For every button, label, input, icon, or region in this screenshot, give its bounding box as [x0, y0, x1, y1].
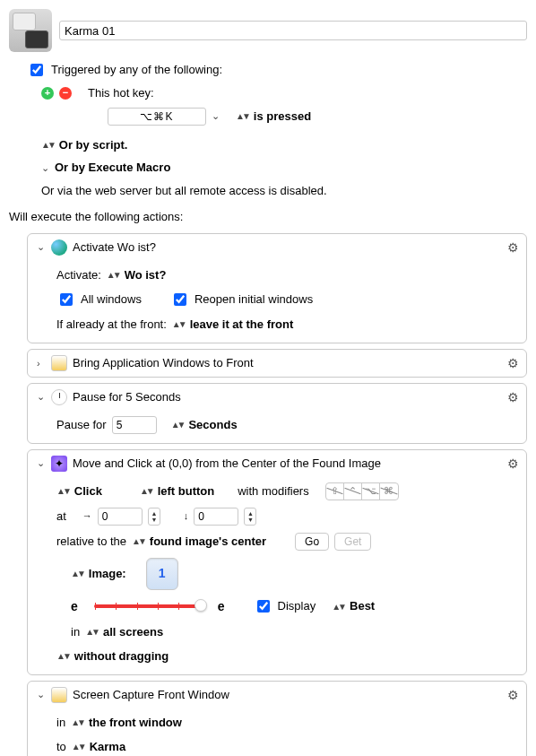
- y-stepper[interactable]: ▲▼: [244, 508, 256, 526]
- gear-icon[interactable]: ⚙: [507, 456, 519, 471]
- pause-value-input[interactable]: [112, 416, 157, 434]
- rel-label: relative to the: [56, 533, 126, 551]
- at-label: at: [56, 508, 66, 526]
- fuzz-min-label: e: [71, 597, 78, 616]
- get-button[interactable]: Get: [334, 533, 371, 551]
- or-script-label: Or by script.: [59, 136, 128, 154]
- drag-stepper-icon[interactable]: ▲▼: [56, 649, 69, 663]
- click-button-stepper-icon[interactable]: ▲▼: [140, 484, 152, 498]
- x-stepper[interactable]: ▲▼: [148, 508, 160, 526]
- exec-heading: Will execute the following actions:: [9, 208, 183, 226]
- in-value: the front window: [89, 714, 182, 732]
- arrow-right-icon: →: [82, 508, 92, 524]
- gear-icon[interactable]: ⚙: [507, 688, 519, 702]
- hotkey-menu-chevron-icon[interactable]: [212, 109, 220, 124]
- modifier-toggles[interactable]: ⇧⌃⌥⌘: [325, 482, 399, 500]
- finder-icon: [51, 239, 67, 256]
- disclose-toggle[interactable]: [37, 457, 46, 469]
- gear-icon[interactable]: ⚙: [507, 390, 519, 404]
- in-value: all screens: [103, 623, 163, 641]
- best-label: Best: [350, 597, 375, 615]
- triggers-heading: Triggered by any of the following:: [51, 61, 222, 79]
- y-input[interactable]: [194, 508, 238, 526]
- front-value: leave it at the front: [190, 316, 294, 334]
- remove-trigger-button[interactable]: −: [59, 87, 72, 100]
- click-button: left button: [158, 482, 215, 500]
- script-stepper-icon[interactable]: ▲▼: [41, 138, 54, 152]
- app-name: Wo ist?: [125, 266, 167, 284]
- pause-label: Pause for: [56, 416, 107, 434]
- windows-icon: [51, 355, 67, 371]
- action-bring-front: Bring Application Windows to Front ⚙: [27, 349, 527, 378]
- app-select-stepper-icon[interactable]: ▲▼: [107, 268, 119, 282]
- action-capture: Screen Capture Front Window ⚙ in ▲▼ the …: [27, 681, 527, 757]
- clock-icon: [51, 389, 67, 405]
- display-checkbox[interactable]: [257, 600, 270, 613]
- triggers-enabled-checkbox[interactable]: [30, 64, 43, 76]
- gear-icon[interactable]: ⚙: [507, 356, 519, 370]
- disclose-toggle[interactable]: [37, 391, 46, 403]
- all-windows-label: All windows: [81, 291, 142, 308]
- reopen-checkbox[interactable]: [174, 293, 186, 306]
- disclose-toggle[interactable]: [37, 241, 46, 253]
- action-activate: Activate Wo ist? ⚙ Activate: ▲▼ Wo ist? …: [27, 233, 527, 343]
- action-click: ✦ Move and Click at (0,0) from the Cente…: [27, 449, 527, 675]
- action-title: Pause for 5 Seconds: [73, 390, 181, 404]
- screens-stepper-icon[interactable]: ▲▼: [85, 625, 98, 639]
- image-label: Image:: [89, 565, 126, 583]
- or-exec-macro-label: Or by Execute Macro: [55, 159, 170, 177]
- action-pause: Pause for 5 Seconds ⚙ Pause for ▲▼ Secon…: [27, 383, 527, 444]
- reopen-label: Reopen initial windows: [195, 291, 313, 308]
- macro-icon: [9, 9, 52, 52]
- click-action: Click: [74, 482, 102, 500]
- action-title: Bring Application Windows to Front: [73, 356, 254, 369]
- gear-icon[interactable]: ⚙: [507, 240, 519, 255]
- hotkey-state: is pressed: [254, 108, 311, 126]
- unit-stepper-icon[interactable]: ▲▼: [171, 418, 184, 431]
- image-stepper-icon[interactable]: ▲▼: [71, 567, 83, 580]
- in-label: in: [56, 714, 65, 732]
- capture-in-stepper-icon[interactable]: ▲▼: [71, 716, 83, 729]
- hotkey-label: This hot key:: [88, 84, 154, 102]
- capture-to-stepper-icon[interactable]: ▲▼: [72, 740, 84, 753]
- capture-icon: [51, 687, 67, 703]
- image-well[interactable]: 1: [146, 558, 178, 590]
- click-icon: ✦: [51, 456, 67, 472]
- hotkey-state-stepper-icon[interactable]: ▲▼: [236, 109, 248, 123]
- action-title: Screen Capture Front Window: [73, 688, 229, 701]
- fuzz-max-label: e: [218, 597, 225, 616]
- go-button[interactable]: Go: [295, 533, 329, 551]
- best-stepper-icon[interactable]: ▲▼: [332, 600, 344, 613]
- mods-label: with modifiers: [238, 482, 308, 500]
- rel-value: found image's center: [150, 533, 266, 551]
- macro-name-input[interactable]: [59, 21, 527, 40]
- to-label: to: [56, 738, 66, 756]
- rel-stepper-icon[interactable]: ▲▼: [132, 534, 144, 548]
- all-windows-checkbox[interactable]: [60, 293, 73, 306]
- arrow-down-icon: ↓: [184, 508, 189, 524]
- x-input[interactable]: [98, 508, 143, 526]
- front-stepper-icon[interactable]: ▲▼: [172, 317, 185, 331]
- pause-unit: Seconds: [188, 416, 237, 434]
- fuzz-slider[interactable]: [94, 604, 202, 608]
- click-action-stepper-icon[interactable]: ▲▼: [56, 484, 69, 498]
- disclose-toggle[interactable]: [37, 358, 46, 369]
- add-trigger-button[interactable]: +: [41, 87, 54, 100]
- in-label: in: [71, 623, 80, 641]
- to-value: Karma: [90, 738, 125, 756]
- or-webserver-label: Or via the web server but all remote acc…: [41, 182, 327, 200]
- hotkey-recorder[interactable]: ⌥⌘K: [108, 108, 206, 126]
- exec-macro-chevron-icon[interactable]: [41, 161, 49, 176]
- drag-value: without dragging: [74, 647, 169, 665]
- action-title: Activate Wo ist?: [73, 240, 156, 254]
- disclose-toggle[interactable]: [37, 689, 46, 700]
- front-label: If already at the front:: [56, 316, 167, 334]
- display-label: Display: [278, 597, 316, 615]
- action-title: Move and Click at (0,0) from the Center …: [73, 456, 381, 470]
- activate-label: Activate:: [56, 266, 101, 284]
